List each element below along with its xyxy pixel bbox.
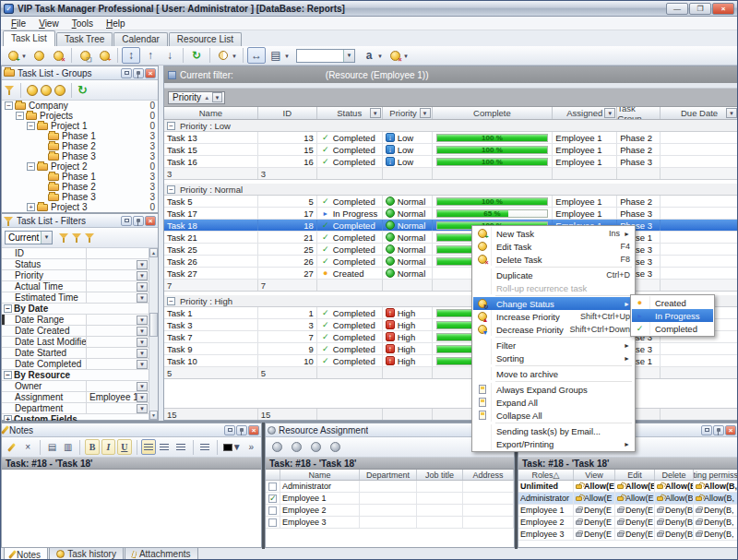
panel-restore-button[interactable] [121, 216, 132, 226]
delete-note-button[interactable]: × [20, 439, 34, 455]
tab-notes[interactable]: Notes [4, 548, 48, 560]
tree-item[interactable]: −Phase 13 [2, 172, 158, 182]
chevron-down-icon[interactable]: ▼ [212, 92, 222, 102]
expand-rows-button[interactable]: ↕ [122, 47, 140, 64]
resource-row[interactable]: Administrator [266, 481, 514, 493]
submenu-item-completed[interactable]: ✓Completed [632, 322, 713, 335]
menu-item-decrease-priority[interactable]: ▼Decrease PriorityShift+Ctrl+Down [473, 323, 634, 336]
filter-bar-icon[interactable] [168, 71, 176, 79]
column-header-roles[interactable]: Roles△ [518, 470, 574, 480]
filter-toggle-button[interactable]: ▼ [214, 47, 232, 64]
edit-task-button[interactable] [30, 47, 48, 64]
bold-button[interactable]: B [85, 439, 99, 455]
tab-task-list[interactable]: Task List [3, 30, 55, 46]
panel-restore-button[interactable] [701, 425, 712, 435]
menu-help[interactable]: Help [100, 18, 132, 30]
tree-item[interactable]: +Project 30 [2, 202, 158, 212]
font-color-button[interactable]: ▼ [222, 439, 243, 455]
tree-item[interactable]: −Phase 33 [2, 151, 158, 161]
move-up-button[interactable]: ↑ [141, 47, 160, 64]
tab-task-history[interactable]: Task history [49, 548, 124, 560]
filter-dropdown-button[interactable]: ▼ [137, 260, 148, 269]
panel-close-button[interactable]: × [248, 425, 259, 435]
align-center-button[interactable] [158, 439, 172, 455]
highlight-button[interactable]: a▼ [360, 47, 378, 64]
delete-group-button[interactable] [54, 85, 65, 96]
checkbox-unchecked[interactable] [268, 506, 277, 515]
column-header-name[interactable]: Name [280, 470, 360, 480]
edit-assignment-button[interactable] [288, 439, 305, 455]
filter-dropdown-button[interactable]: ▼ [137, 360, 148, 369]
refresh-button[interactable]: ↻ [187, 47, 206, 64]
task-row[interactable]: Task 2121✓CompletedNormal100 %Employee 1… [164, 232, 738, 244]
column-header-due[interactable]: Due Date▼ [661, 107, 738, 119]
task-row[interactable]: Task 1313✓Completed↓Low100 %Employee 1Ph… [164, 132, 738, 144]
tree-item[interactable]: −Project 20 [2, 161, 158, 172]
menu-view[interactable]: View [32, 18, 65, 30]
column-header-id[interactable]: ID [258, 107, 317, 119]
filter-row[interactable]: Owner▼ [2, 381, 149, 392]
align-left-button[interactable] [141, 439, 155, 455]
menu-item-collapse-all[interactable]: Collapse All [473, 409, 634, 422]
filter-dropdown-button[interactable]: ▼ [137, 293, 148, 303]
minimize-button[interactable]: — [666, 3, 688, 15]
add-group-button[interactable] [27, 85, 38, 96]
permission-row[interactable]: Employee 1Deny(EDeny(EDeny(BDeny(B, [518, 505, 738, 517]
resource-row[interactable]: Employee 1 [266, 493, 514, 505]
group-header-row[interactable]: −Priority : Normal [164, 184, 738, 196]
column-header-department[interactable]: Department [360, 470, 417, 480]
assign-resource-button[interactable] [268, 439, 286, 455]
bullet-list-button[interactable] [197, 439, 211, 455]
filter-group-row[interactable]: −By Date [2, 304, 149, 315]
tree-item[interactable]: −Company0 [2, 101, 158, 111]
add-task-button[interactable]: + [95, 47, 113, 64]
filter-row[interactable]: Estimated Time▼ [2, 292, 149, 304]
edit-note-button[interactable] [5, 439, 18, 455]
tab-task-tree[interactable]: Task Tree [56, 32, 113, 46]
filter-row[interactable]: Priority▼ [2, 270, 149, 281]
column-header-view[interactable]: View [574, 470, 615, 480]
group-by-chip[interactable]: Priority ▲ ▼ [168, 91, 225, 104]
column-header-assigned[interactable]: Assigned▼ [553, 107, 617, 119]
menu-item-edit-task[interactable]: Edit TaskF4 [473, 240, 634, 253]
scroll-up-arrow[interactable]: ▲ [149, 248, 158, 257]
filter-dropdown-button[interactable]: ▼ [137, 282, 148, 292]
close-button[interactable]: × [712, 3, 734, 15]
tree-item[interactable]: −Phase 33 [2, 192, 158, 202]
collapse-icon[interactable]: − [27, 122, 35, 130]
vertical-splitter[interactable] [262, 423, 265, 549]
filter-dropdown-button[interactable]: ▼ [137, 327, 148, 336]
column-header-name[interactable]: Name [164, 107, 258, 119]
menu-file[interactable]: File [5, 18, 32, 30]
menu-item-move-to-archive[interactable]: Move to archive [473, 367, 634, 380]
collapse-icon[interactable]: − [4, 371, 12, 379]
fit-columns-button[interactable]: ↔ [247, 47, 266, 64]
submenu-item-in-progress[interactable]: ►In Progress [632, 309, 713, 322]
chevron-down-icon[interactable]: ▼ [284, 54, 290, 59]
menu-item-increase-priority[interactable]: ▲Increase PriorityShift+Ctrl+Up [473, 310, 634, 323]
task-row[interactable]: Task 1717►In ProgressNormal65 %Employee … [164, 208, 738, 220]
menu-item-change-status[interactable]: ↻Change Status► [473, 297, 634, 310]
task-row[interactable]: Task 55✓CompletedNormal100 %Employee 1Ph… [164, 196, 738, 208]
column-header-status[interactable]: Status▼ [317, 107, 383, 119]
menu-item-roll-up-recurrence-task[interactable]: Roll-up recurrence task [473, 281, 634, 294]
paste-resource-button[interactable] [327, 439, 344, 455]
column-filter-button[interactable]: ▼ [726, 108, 737, 118]
task-row[interactable]: Task 1616✓Completed↓Low100 %Employee 1Ph… [164, 156, 738, 168]
panel-pin-button[interactable] [236, 425, 247, 435]
filters-scrollbar[interactable]: ▲ ▼ [149, 248, 158, 420]
task-row[interactable]: Task 99✓Completed↑High100 %Employee 1Pha… [164, 343, 738, 355]
group-header-row[interactable]: −Priority : Low [164, 120, 738, 132]
scroll-down-arrow[interactable]: ▼ [149, 411, 158, 420]
filter-row[interactable]: Date Started▼ [2, 348, 149, 359]
filter-row[interactable]: Status▼ [2, 259, 149, 270]
tab-attachments[interactable]: Attachments [125, 548, 198, 560]
menu-item-new-task[interactable]: +New TaskIns► [473, 227, 634, 240]
tab-calendar[interactable]: Calendar [113, 32, 168, 46]
panel-pin-button[interactable] [133, 68, 144, 78]
chevron-down-icon[interactable]: ▼ [232, 54, 237, 59]
task-row[interactable]: Task 2727●CreatedNormalEmployee 1Phase 3 [164, 268, 738, 280]
filter-profile-combobox[interactable]: Current▼ [5, 231, 53, 244]
column-header-edit[interactable]: Edit [615, 470, 655, 480]
filter-dropdown-button[interactable]: ▼ [137, 393, 148, 402]
